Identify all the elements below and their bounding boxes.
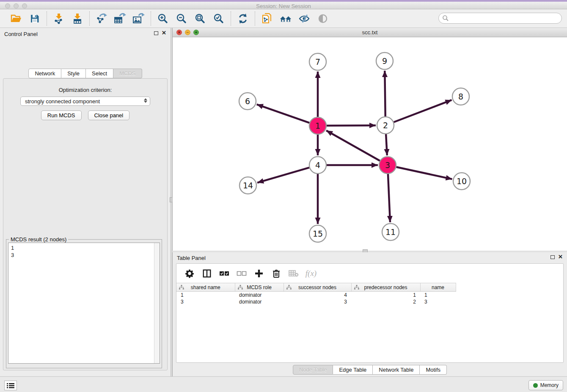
task-history-button[interactable] <box>4 381 17 390</box>
tab-mcds[interactable]: MCDS <box>113 69 142 78</box>
graph-node-6[interactable]: 6 <box>239 93 256 110</box>
close-panel-button[interactable]: Close panel <box>88 110 130 120</box>
search-icon <box>442 15 449 22</box>
network-graph[interactable]: 7968124314101511 <box>173 37 567 251</box>
tab-network[interactable]: Network <box>28 69 61 78</box>
refresh-layout-icon[interactable] <box>237 12 249 25</box>
graph-node-7[interactable]: 7 <box>309 53 326 70</box>
graph-node-15[interactable]: 15 <box>309 225 326 242</box>
graph-edge-3-10[interactable] <box>396 167 452 179</box>
table-cell[interactable]: 3 <box>420 298 456 305</box>
table-cell[interactable]: 2 <box>351 298 420 305</box>
graph-node-1[interactable]: 1 <box>309 117 326 134</box>
search-field[interactable] <box>438 13 562 24</box>
svg-text:6: 6 <box>245 97 250 106</box>
graph-edge-2-3[interactable] <box>386 134 387 155</box>
close-panel-icon[interactable]: ✕ <box>558 255 563 259</box>
open-file-icon[interactable] <box>10 12 22 25</box>
table-cell[interactable]: 1 <box>420 292 456 298</box>
column-header-name[interactable]: name <box>420 283 456 292</box>
table-options-gear-icon[interactable] <box>184 268 195 279</box>
graph-edge-4-14[interactable] <box>257 168 309 183</box>
node-table: shared nameMCDS rolesuccessor nodesprede… <box>176 283 456 305</box>
column-header-MCDS-role[interactable]: MCDS role <box>235 283 284 292</box>
optimization-criterion-select[interactable]: strongly connected component <box>20 97 150 106</box>
table-cell[interactable]: 3 <box>176 298 235 305</box>
table-cell[interactable]: dominator <box>235 298 284 305</box>
graph-node-8[interactable]: 8 <box>452 88 469 105</box>
svg-text:14: 14 <box>243 181 253 190</box>
export-image-icon[interactable] <box>132 12 145 25</box>
graph-node-14[interactable]: 14 <box>239 177 256 194</box>
tab-network-table[interactable]: Network Table <box>373 365 420 375</box>
memory-button[interactable]: Memory <box>528 380 563 390</box>
delete-columns-icon[interactable] <box>271 268 282 279</box>
export-network-icon[interactable] <box>95 12 108 25</box>
graph-edge-3-11[interactable] <box>388 174 390 222</box>
table-cell[interactable]: 1 <box>351 292 420 298</box>
column-header-predecessor-nodes[interactable]: predecessor nodes <box>351 283 420 292</box>
export-table-icon[interactable] <box>114 12 127 25</box>
svg-text:1: 1 <box>315 121 320 130</box>
mcds-result-lines: 1 3 <box>8 243 160 260</box>
graph-node-4[interactable]: 4 <box>309 157 326 174</box>
mcds-result-box[interactable]: 1 3 <box>8 243 160 364</box>
optimization-criterion-value: strongly connected component <box>25 98 100 105</box>
table-panel-title: Table Panel <box>177 255 206 261</box>
table-cell[interactable]: 3 <box>284 298 351 305</box>
run-mcds-button[interactable]: Run MCDS <box>41 110 82 120</box>
graph-edge-2-9[interactable] <box>385 71 385 116</box>
zoom-in-icon[interactable] <box>157 12 169 25</box>
table-row[interactable]: 3dominator323 <box>176 298 456 305</box>
function-builder-icon: f(x) <box>306 268 317 279</box>
graph-node-9[interactable]: 9 <box>376 52 393 69</box>
graph-edge-1-2[interactable] <box>327 125 376 126</box>
network-canvas[interactable]: 7968124314101511 <box>173 37 567 251</box>
float-panel-icon[interactable] <box>550 255 555 259</box>
zoom-out-icon[interactable] <box>175 12 188 25</box>
graph-node-2[interactable]: 2 <box>377 117 394 134</box>
float-panel-icon[interactable] <box>154 31 158 35</box>
close-panel-icon[interactable]: ✕ <box>162 31 166 35</box>
result-scrollbar[interactable] <box>154 243 160 363</box>
import-table-icon[interactable] <box>71 12 84 25</box>
graph-edge-3-1[interactable] <box>326 130 380 160</box>
graph-node-11[interactable]: 11 <box>382 224 399 240</box>
tab-style[interactable]: Style <box>61 69 86 78</box>
table-cell[interactable]: dominator <box>235 292 284 298</box>
zoom-fit-icon[interactable] <box>194 12 206 25</box>
table-cell[interactable]: 4 <box>284 292 351 298</box>
zoom-selected-icon[interactable] <box>212 12 225 25</box>
select-all-columns-icon[interactable] <box>219 268 230 279</box>
hide-graphics-icon[interactable] <box>298 12 311 25</box>
column-header-shared-name[interactable]: shared name <box>176 283 235 292</box>
search-input[interactable] <box>449 14 561 22</box>
graph-edge-2-8[interactable] <box>394 100 452 122</box>
node-table-container: f(x) shared nameMCDS rolesuccessor nodes… <box>176 263 564 363</box>
mcds-result-title: MCDS result (2 nodes) <box>9 236 68 243</box>
tab-node-table[interactable]: Node Table <box>293 365 333 375</box>
save-session-icon[interactable] <box>28 12 41 25</box>
table-cell[interactable]: 1 <box>176 292 235 298</box>
tab-select[interactable]: Select <box>86 69 113 78</box>
main-toolbar <box>0 9 567 28</box>
tab-edge-table[interactable]: Edge Table <box>333 365 373 375</box>
graph-edge-1-6[interactable] <box>257 105 309 123</box>
unselect-all-columns-icon[interactable] <box>236 268 247 279</box>
home-icon[interactable] <box>279 12 292 25</box>
network-window-title: scc.txt <box>173 29 567 36</box>
show-columns-icon[interactable] <box>201 268 212 279</box>
tab-motifs[interactable]: Motifs <box>420 365 447 375</box>
network-window-titlebar[interactable]: × − + scc.txt <box>173 28 567 37</box>
graph-node-3[interactable]: 3 <box>379 157 396 174</box>
mcds-tab-content: Optimization criterion: strongly connect… <box>3 78 168 370</box>
column-header-successor-nodes[interactable]: successor nodes <box>284 283 351 292</box>
delete-table-icon <box>288 268 299 279</box>
new-network-from-selection-icon[interactable] <box>261 12 273 25</box>
table-row[interactable]: 1dominator411 <box>176 292 456 298</box>
control-panel-tabs: NetworkStyleSelectMCDS <box>0 69 171 78</box>
import-network-icon[interactable] <box>52 12 65 25</box>
add-column-icon[interactable] <box>253 268 264 279</box>
graph-node-10[interactable]: 10 <box>453 173 470 190</box>
control-panel-title: Control Panel <box>4 31 38 37</box>
